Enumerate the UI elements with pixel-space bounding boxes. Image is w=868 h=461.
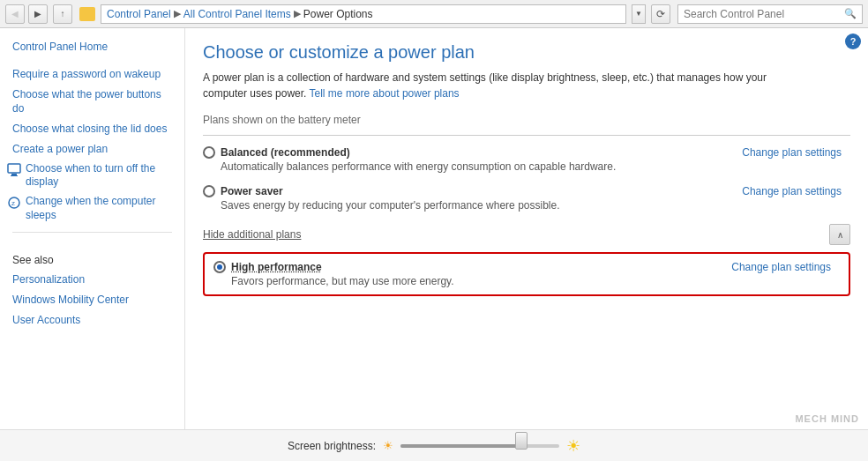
plan-left-high-performance: High performance Favors performance, but… [213, 261, 454, 287]
breadcrumb-part2[interactable]: All Control Panel Items [183, 8, 291, 20]
bottom-bar: Screen brightness: ☀ ☀ [0, 429, 868, 461]
change-plan-high-performance[interactable]: Change plan settings [731, 261, 831, 273]
forward-button[interactable]: ▶ [28, 4, 48, 24]
brightness-sun-high-icon: ☀ [566, 436, 580, 456]
plan-desc-high-performance: Favors performance, but may use more ene… [231, 275, 454, 287]
back-button[interactable]: ◀ [5, 4, 25, 24]
slider-fill [400, 444, 520, 448]
brightness-sun-low-icon: ☀ [383, 439, 393, 452]
sidebar-item-create-plan[interactable]: Create a power plan [0, 139, 184, 160]
breadcrumb-sep2: ▶ [294, 8, 301, 19]
plan-name-row-balanced: Balanced (recommended) [203, 146, 616, 159]
search-icon[interactable]: 🔍 [844, 8, 857, 19]
radio-power-saver[interactable] [203, 185, 215, 197]
slider-track [400, 444, 559, 448]
breadcrumb-part1[interactable]: Control Panel [107, 8, 171, 20]
plans-section-label: Plans shown on the battery meter [203, 114, 850, 126]
watermark: MECH MIND [795, 413, 859, 424]
sidebar-icon-item-sleep: z Change when the computer sleeps [0, 192, 184, 225]
plan-left-power-saver: Power saver Saves energy by reducing you… [203, 185, 560, 212]
breadcrumb-sep1: ▶ [174, 8, 181, 19]
refresh-button[interactable]: ⟳ [651, 4, 670, 24]
sidebar-item-turn-off-display[interactable]: Choose when to turn off the display [26, 162, 174, 190]
folder-icon [79, 7, 95, 21]
svg-rect-0 [8, 164, 20, 173]
change-plan-power-saver[interactable]: Change plan settings [742, 185, 842, 197]
radio-balanced[interactable] [203, 146, 215, 159]
hide-plans-label[interactable]: Hide additional plans [203, 228, 301, 241]
tell-me-more-link[interactable]: Tell me more about power plans [310, 87, 460, 100]
sidebar-item-power-buttons[interactable]: Choose what the power buttons do [0, 85, 184, 120]
change-plan-balanced[interactable]: Change plan settings [742, 146, 842, 159]
plan-item-power-saver: Power saver Saves energy by reducing you… [203, 185, 850, 212]
sidebar: Control Panel Home Require a password on… [0, 28, 185, 429]
main-layout: Control Panel Home Require a password on… [0, 28, 868, 429]
plan-item-high-performance: High performance Favors performance, but… [213, 261, 840, 287]
plan-name-row-high-performance: High performance [213, 261, 454, 273]
plan-name-balanced: Balanced (recommended) [221, 146, 350, 159]
sidebar-divider [12, 232, 172, 233]
sidebar-item-computer-sleeps[interactable]: Change when the computer sleeps [26, 195, 174, 222]
content-description: A power plan is a collection of hardware… [203, 70, 803, 101]
plans-divider [203, 135, 850, 136]
sleep-icon: z [7, 196, 21, 210]
plan-name-row-power-saver: Power saver [203, 185, 560, 197]
page-title: Choose or customize a power plan [203, 42, 850, 63]
highlighted-plan-container: High performance Favors performance, but… [203, 252, 850, 296]
sidebar-icon-item-display: Choose when to turn off the display [0, 160, 184, 192]
sidebar-item-require-password[interactable]: Require a password on wakeup [0, 64, 184, 85]
svg-text:z: z [11, 199, 15, 207]
sidebar-item-user-accounts[interactable]: User Accounts [0, 310, 184, 331]
svg-rect-2 [11, 175, 18, 176]
monitor-icon [7, 163, 21, 177]
plan-desc-power-saver: Saves energy by reducing your computer's… [221, 199, 560, 212]
hide-plans-row: Hide additional plans ∧ [203, 224, 850, 245]
plan-name-power-saver: Power saver [221, 185, 283, 197]
sidebar-item-windows-mobility[interactable]: Windows Mobility Center [0, 290, 184, 310]
search-bar: 🔍 [677, 4, 863, 24]
svg-rect-1 [11, 174, 17, 175]
content-area: Choose or customize a power plan A power… [185, 28, 868, 429]
breadcrumb-part3: Power Options [303, 8, 373, 20]
address-dropdown[interactable]: ▼ [632, 4, 646, 24]
plan-item-balanced: Balanced (recommended) Automatically bal… [203, 146, 850, 173]
sidebar-item-personalization[interactable]: Personalization [0, 270, 184, 290]
brightness-slider-thumb[interactable] [515, 432, 528, 450]
up-button[interactable]: ↑ [53, 4, 72, 24]
brightness-label: Screen brightness: [288, 440, 376, 452]
radio-high-performance[interactable] [213, 261, 226, 273]
plan-name-high-performance: High performance [231, 261, 322, 273]
help-icon[interactable]: ? [845, 33, 861, 49]
address-bar-container: ◀ ▶ ↑ Control Panel ▶ All Control Panel … [0, 0, 868, 28]
plan-desc-balanced: Automatically balances performance with … [221, 160, 616, 173]
brightness-slider-container [400, 439, 559, 453]
chevron-up-button[interactable]: ∧ [829, 224, 850, 245]
sidebar-item-closing-lid[interactable]: Choose what closing the lid does [0, 119, 184, 139]
search-input[interactable] [684, 8, 844, 20]
plan-left-balanced: Balanced (recommended) Automatically bal… [203, 146, 616, 173]
address-bar: Control Panel ▶ All Control Panel Items … [101, 4, 626, 24]
see-also-title: See also [0, 240, 184, 270]
sidebar-item-control-panel-home[interactable]: Control Panel Home [0, 37, 184, 57]
